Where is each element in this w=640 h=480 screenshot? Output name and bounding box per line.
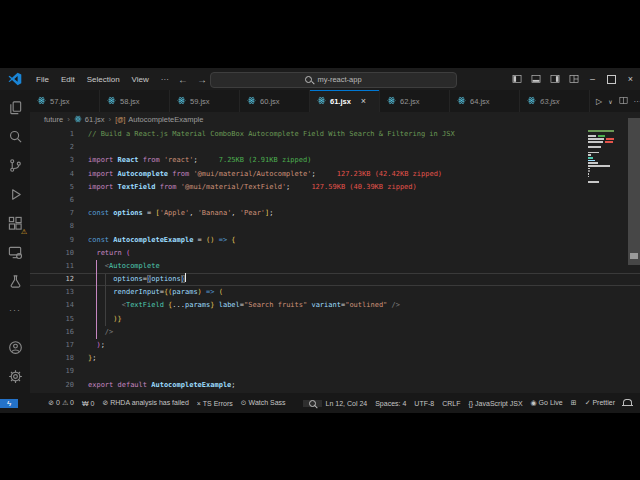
status-go-live[interactable]: ◉ Go Live — [527, 399, 567, 407]
minimap-line — [588, 135, 618, 137]
menu-selection[interactable]: Selection — [81, 73, 126, 86]
minimize-button[interactable]: – — [583, 68, 602, 90]
code-line[interactable]: 9const AutocompleteExample = () => { — [30, 234, 640, 247]
scrollbar[interactable] — [628, 118, 640, 265]
tab-61.jsx[interactable]: 61.jsx× — [310, 90, 380, 112]
more-actions-icon[interactable]: ··· — [634, 97, 640, 106]
code-line[interactable]: 8 — [30, 220, 640, 233]
code-line[interactable]: 19 — [30, 365, 640, 378]
status-watch-sass[interactable]: ⊙ Watch Sass — [237, 399, 290, 407]
remote-explorer-icon[interactable] — [4, 241, 26, 263]
code-line[interactable]: 20export default AutocompleteExample; — [30, 379, 640, 392]
code-line[interactable]: 3import React from 'react'; 7.25KB (2.91… — [30, 154, 640, 167]
status-zoom-indicator[interactable] — [303, 400, 322, 407]
code-line[interactable]: 13 renderInput={(params) => ( — [30, 286, 640, 299]
code-line[interactable]: 2 — [30, 141, 640, 154]
close-icon[interactable]: × — [361, 96, 366, 106]
minimap-line — [588, 154, 618, 156]
status-prettier[interactable]: ✓ Prettier — [581, 399, 619, 407]
code-line[interactable]: 6 — [30, 194, 640, 207]
tab-60.jsx[interactable]: 60.jsx — [240, 90, 310, 112]
status-remote-indicator[interactable]: ϟ — [0, 399, 18, 408]
code-line[interactable]: 14 <TextField {...params} label="Search … — [30, 299, 640, 312]
toggle-panel-icon[interactable] — [526, 68, 545, 90]
search-icon — [309, 400, 316, 407]
status-eol[interactable]: CRLF — [438, 400, 464, 407]
breadcrumb-folder[interactable]: future — [44, 115, 63, 124]
breadcrumb-symbol[interactable]: [@] AutocompleteExample — [115, 115, 203, 124]
code-editor[interactable]: 1// Build a React.js Material ComboBox A… — [30, 127, 640, 393]
code-line[interactable]: 1// Build a React.js Material ComboBox A… — [30, 128, 640, 141]
code-line[interactable]: 12 options={options} — [30, 273, 640, 286]
status-label: ◉ Go Live — [531, 399, 563, 407]
status-ts-errors[interactable]: × TS Errors — [193, 400, 237, 407]
tab-63.jsx[interactable]: 63.jsx — [520, 90, 590, 112]
status-browser-preview[interactable]: ⊞ — [567, 399, 581, 407]
code-line[interactable]: 15 )} — [30, 313, 640, 326]
toggle-secondary-sidebar-icon[interactable] — [545, 68, 564, 90]
extensions-icon[interactable]: ⚠ — [4, 212, 26, 234]
menu-view[interactable]: View — [126, 73, 155, 86]
settings-gear-icon[interactable] — [4, 365, 26, 387]
minimap[interactable] — [588, 130, 618, 184]
maximize-button[interactable] — [602, 68, 621, 90]
code-line[interactable]: 4import Autocomplete from '@mui/material… — [30, 168, 640, 181]
testing-icon[interactable] — [4, 270, 26, 292]
menu-file[interactable]: File — [30, 73, 55, 86]
status-label: ⊘ RHDA analysis has failed — [102, 399, 188, 407]
breadcrumb: future › 61.jsx › [@] AutocompleteExampl… — [30, 112, 640, 127]
back-icon[interactable]: ← — [178, 74, 188, 85]
tab-58.jsx[interactable]: 58.jsx — [100, 90, 170, 112]
forward-icon[interactable]: → — [197, 74, 207, 85]
status-label: ⊞ — [571, 399, 577, 407]
minimap-line — [588, 178, 618, 180]
minimap-seg — [605, 141, 613, 143]
line-number: 10 — [30, 247, 74, 260]
status-port-counter[interactable]: ₩ 0 — [78, 400, 98, 407]
source-control-icon[interactable] — [4, 154, 26, 176]
search-icon[interactable] — [4, 125, 26, 147]
more-views-icon[interactable]: ··· — [4, 299, 26, 321]
split-editor-icon[interactable] — [619, 96, 628, 107]
run-debug-icon[interactable] — [4, 183, 26, 205]
status-language-mode[interactable]: {} JavaScript JSX — [464, 400, 526, 407]
line-number: 4 — [30, 168, 74, 181]
customize-layout-icon[interactable] — [564, 68, 583, 90]
line-number: 8 — [30, 220, 74, 233]
account-icon[interactable] — [4, 336, 26, 358]
line-number: 17 — [30, 339, 74, 352]
status-cursor-position[interactable]: Ln 12, Col 24 — [322, 400, 372, 407]
run-button[interactable]: ▷ — [596, 97, 602, 106]
tab-59.jsx[interactable]: 59.jsx — [170, 90, 240, 112]
close-button[interactable]: × — [621, 68, 640, 90]
toggle-sidebar-icon[interactable] — [507, 68, 526, 90]
menu-edit[interactable]: Edit — [55, 73, 81, 86]
vscode-logo-icon — [8, 72, 22, 86]
status-encoding[interactable]: UTF-8 — [410, 400, 438, 407]
indent-guide-active — [96, 260, 97, 339]
status-label: ✓ Prettier — [585, 399, 615, 407]
code-line[interactable]: 18}; — [30, 352, 640, 365]
code-line[interactable]: 7const options = ['Apple', 'Banana', 'Pe… — [30, 207, 640, 220]
breadcrumb-file[interactable]: 61.jsx — [74, 115, 105, 125]
menu-[interactable]: ··· — [155, 73, 175, 86]
code-line[interactable]: 16 /> — [30, 326, 640, 339]
status-problems[interactable]: ⊘ 0 ⚠ 0 — [44, 399, 78, 407]
tab-57.jsx[interactable]: 57.jsx — [30, 90, 100, 112]
cursor — [185, 273, 186, 282]
chevron-right-icon: › — [108, 115, 111, 124]
code-line[interactable]: 11 <Autocomplete — [30, 260, 640, 273]
command-center-search[interactable]: my-react-app — [210, 72, 457, 88]
code-line[interactable]: 10 return ( — [30, 247, 640, 260]
status-indentation[interactable]: Spaces: 4 — [371, 400, 410, 407]
run-dropdown-icon[interactable]: ∨ — [608, 98, 612, 105]
tab-62.jsx[interactable]: 62.jsx — [380, 90, 450, 112]
minimap-seg — [588, 173, 589, 175]
status-notifications[interactable] — [619, 400, 636, 406]
status-rhda-status[interactable]: ⊘ RHDA analysis has failed — [98, 399, 192, 407]
explorer-icon[interactable] — [4, 96, 26, 118]
code-text: ); — [74, 339, 105, 352]
code-line[interactable]: 5import TextField from '@mui/material/Te… — [30, 181, 640, 194]
tab-64.jsx[interactable]: 64.jsx — [450, 90, 520, 112]
code-line[interactable]: 17 ); — [30, 339, 640, 352]
